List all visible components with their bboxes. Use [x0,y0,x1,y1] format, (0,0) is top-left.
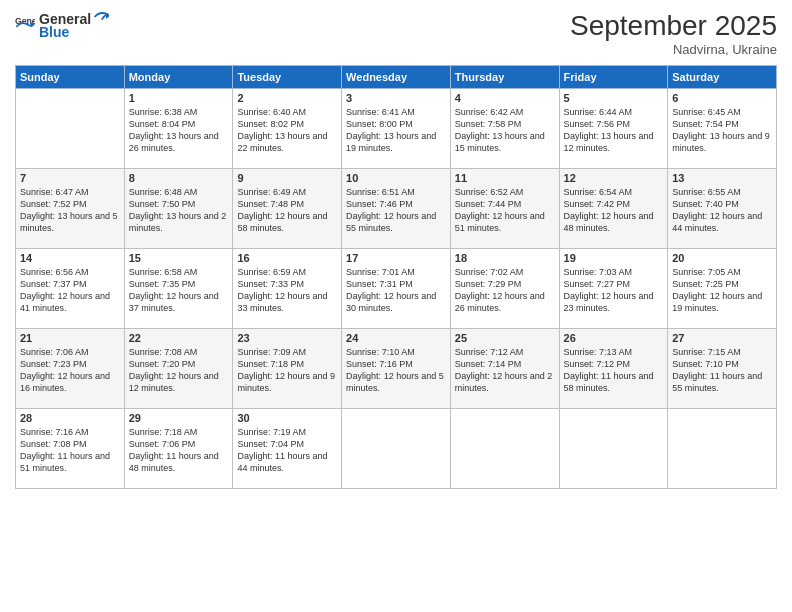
col-friday: Friday [559,66,668,89]
day-number: 10 [346,172,446,184]
day-info: Sunrise: 6:40 AMSunset: 8:02 PMDaylight:… [237,106,337,155]
table-row: 9Sunrise: 6:49 AMSunset: 7:48 PMDaylight… [233,169,342,249]
day-number: 28 [20,412,120,424]
table-row: 27Sunrise: 7:15 AMSunset: 7:10 PMDayligh… [668,329,777,409]
table-row: 22Sunrise: 7:08 AMSunset: 7:20 PMDayligh… [124,329,233,409]
logo-blue: Blue [39,25,109,40]
calendar-week-row: 14Sunrise: 6:56 AMSunset: 7:37 PMDayligh… [16,249,777,329]
col-thursday: Thursday [450,66,559,89]
table-row: 16Sunrise: 6:59 AMSunset: 7:33 PMDayligh… [233,249,342,329]
calendar-header-row: Sunday Monday Tuesday Wednesday Thursday… [16,66,777,89]
day-info: Sunrise: 6:59 AMSunset: 7:33 PMDaylight:… [237,266,337,315]
table-row: 21Sunrise: 7:06 AMSunset: 7:23 PMDayligh… [16,329,125,409]
month-year-title: September 2025 [570,10,777,42]
table-row: 11Sunrise: 6:52 AMSunset: 7:44 PMDayligh… [450,169,559,249]
day-info: Sunrise: 6:42 AMSunset: 7:58 PMDaylight:… [455,106,555,155]
day-info: Sunrise: 7:15 AMSunset: 7:10 PMDaylight:… [672,346,772,395]
day-number: 17 [346,252,446,264]
day-info: Sunrise: 6:51 AMSunset: 7:46 PMDaylight:… [346,186,446,235]
day-info: Sunrise: 6:47 AMSunset: 7:52 PMDaylight:… [20,186,120,235]
day-info: Sunrise: 6:58 AMSunset: 7:35 PMDaylight:… [129,266,229,315]
day-info: Sunrise: 7:03 AMSunset: 7:27 PMDaylight:… [564,266,664,315]
day-number: 30 [237,412,337,424]
table-row: 7Sunrise: 6:47 AMSunset: 7:52 PMDaylight… [16,169,125,249]
day-info: Sunrise: 7:06 AMSunset: 7:23 PMDaylight:… [20,346,120,395]
day-number: 27 [672,332,772,344]
logo: General General Blue [15,10,109,41]
day-number: 6 [672,92,772,104]
day-info: Sunrise: 7:02 AMSunset: 7:29 PMDaylight:… [455,266,555,315]
table-row [342,409,451,489]
table-row: 13Sunrise: 6:55 AMSunset: 7:40 PMDayligh… [668,169,777,249]
table-row: 8Sunrise: 6:48 AMSunset: 7:50 PMDaylight… [124,169,233,249]
table-row: 28Sunrise: 7:16 AMSunset: 7:08 PMDayligh… [16,409,125,489]
logo-icon: General [15,15,35,35]
table-row: 3Sunrise: 6:41 AMSunset: 8:00 PMDaylight… [342,89,451,169]
day-number: 29 [129,412,229,424]
day-info: Sunrise: 6:41 AMSunset: 8:00 PMDaylight:… [346,106,446,155]
table-row: 18Sunrise: 7:02 AMSunset: 7:29 PMDayligh… [450,249,559,329]
calendar-table: Sunday Monday Tuesday Wednesday Thursday… [15,65,777,489]
day-number: 26 [564,332,664,344]
day-number: 4 [455,92,555,104]
title-block: September 2025 Nadvirna, Ukraine [570,10,777,57]
day-info: Sunrise: 7:05 AMSunset: 7:25 PMDaylight:… [672,266,772,315]
day-number: 16 [237,252,337,264]
col-wednesday: Wednesday [342,66,451,89]
table-row: 23Sunrise: 7:09 AMSunset: 7:18 PMDayligh… [233,329,342,409]
table-row: 15Sunrise: 6:58 AMSunset: 7:35 PMDayligh… [124,249,233,329]
day-number: 5 [564,92,664,104]
table-row [450,409,559,489]
calendar-week-row: 28Sunrise: 7:16 AMSunset: 7:08 PMDayligh… [16,409,777,489]
day-number: 18 [455,252,555,264]
logo-bird-icon [91,10,109,24]
table-row: 24Sunrise: 7:10 AMSunset: 7:16 PMDayligh… [342,329,451,409]
day-info: Sunrise: 7:16 AMSunset: 7:08 PMDaylight:… [20,426,120,475]
table-row: 26Sunrise: 7:13 AMSunset: 7:12 PMDayligh… [559,329,668,409]
col-saturday: Saturday [668,66,777,89]
col-monday: Monday [124,66,233,89]
table-row: 1Sunrise: 6:38 AMSunset: 8:04 PMDaylight… [124,89,233,169]
calendar-week-row: 7Sunrise: 6:47 AMSunset: 7:52 PMDaylight… [16,169,777,249]
svg-marker-2 [106,13,110,19]
table-row [559,409,668,489]
col-tuesday: Tuesday [233,66,342,89]
table-row: 29Sunrise: 7:18 AMSunset: 7:06 PMDayligh… [124,409,233,489]
day-number: 1 [129,92,229,104]
page-header: General General Blue September 2025 Nadv… [15,10,777,57]
day-number: 24 [346,332,446,344]
table-row: 17Sunrise: 7:01 AMSunset: 7:31 PMDayligh… [342,249,451,329]
day-info: Sunrise: 6:44 AMSunset: 7:56 PMDaylight:… [564,106,664,155]
day-info: Sunrise: 7:01 AMSunset: 7:31 PMDaylight:… [346,266,446,315]
day-number: 3 [346,92,446,104]
col-sunday: Sunday [16,66,125,89]
table-row [16,89,125,169]
day-number: 21 [20,332,120,344]
table-row [668,409,777,489]
day-info: Sunrise: 6:56 AMSunset: 7:37 PMDaylight:… [20,266,120,315]
day-info: Sunrise: 7:10 AMSunset: 7:16 PMDaylight:… [346,346,446,395]
table-row: 30Sunrise: 7:19 AMSunset: 7:04 PMDayligh… [233,409,342,489]
day-info: Sunrise: 7:12 AMSunset: 7:14 PMDaylight:… [455,346,555,395]
table-row: 25Sunrise: 7:12 AMSunset: 7:14 PMDayligh… [450,329,559,409]
table-row: 5Sunrise: 6:44 AMSunset: 7:56 PMDaylight… [559,89,668,169]
day-info: Sunrise: 7:18 AMSunset: 7:06 PMDaylight:… [129,426,229,475]
table-row: 4Sunrise: 6:42 AMSunset: 7:58 PMDaylight… [450,89,559,169]
day-number: 13 [672,172,772,184]
day-info: Sunrise: 6:49 AMSunset: 7:48 PMDaylight:… [237,186,337,235]
day-number: 11 [455,172,555,184]
table-row: 20Sunrise: 7:05 AMSunset: 7:25 PMDayligh… [668,249,777,329]
day-number: 25 [455,332,555,344]
day-number: 12 [564,172,664,184]
day-info: Sunrise: 6:48 AMSunset: 7:50 PMDaylight:… [129,186,229,235]
table-row: 2Sunrise: 6:40 AMSunset: 8:02 PMDaylight… [233,89,342,169]
day-number: 19 [564,252,664,264]
table-row: 14Sunrise: 6:56 AMSunset: 7:37 PMDayligh… [16,249,125,329]
table-row: 19Sunrise: 7:03 AMSunset: 7:27 PMDayligh… [559,249,668,329]
day-number: 20 [672,252,772,264]
day-number: 8 [129,172,229,184]
day-info: Sunrise: 6:54 AMSunset: 7:42 PMDaylight:… [564,186,664,235]
day-number: 9 [237,172,337,184]
day-info: Sunrise: 6:38 AMSunset: 8:04 PMDaylight:… [129,106,229,155]
day-number: 14 [20,252,120,264]
